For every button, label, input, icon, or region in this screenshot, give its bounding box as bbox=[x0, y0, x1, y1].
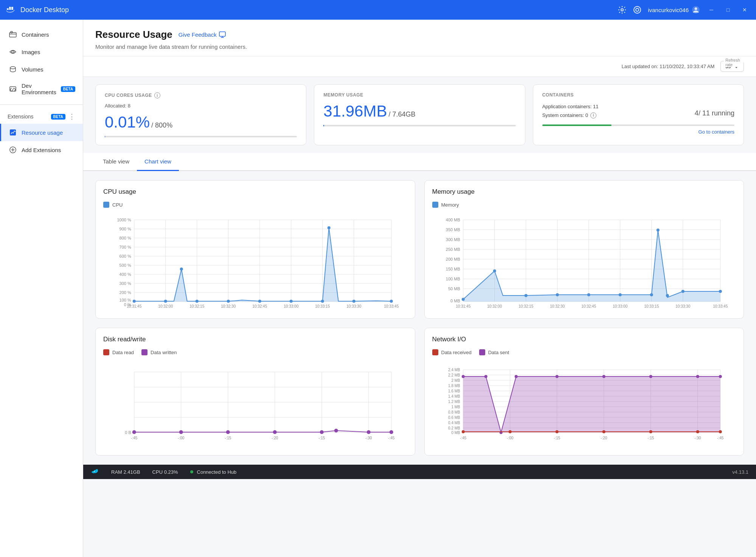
cpu-info-icon[interactable]: i bbox=[154, 92, 160, 98]
svg-text:10:33:45: 10:33:45 bbox=[384, 304, 399, 308]
svg-point-105 bbox=[666, 294, 669, 297]
svg-point-133 bbox=[273, 430, 277, 434]
svg-rect-11 bbox=[11, 31, 12, 33]
sys-containers-info-icon[interactable]: i bbox=[590, 112, 596, 118]
svg-text:900 %: 900 % bbox=[120, 227, 131, 231]
svg-point-183 bbox=[555, 375, 558, 378]
svg-point-187 bbox=[719, 375, 722, 378]
cpu-legend-box bbox=[103, 202, 109, 208]
svg-point-7 bbox=[636, 8, 639, 11]
svg-text:-:45: -:45 bbox=[388, 436, 395, 440]
status-row: Last updated on: 11/10/2022, 10:33:47 AM… bbox=[83, 56, 756, 77]
tab-table-view[interactable]: Table view bbox=[95, 153, 137, 171]
minimize-button[interactable]: ─ bbox=[706, 5, 717, 15]
containers-card-title: CONTAINERS bbox=[542, 92, 734, 98]
svg-point-54 bbox=[258, 300, 261, 303]
disk-chart-container: Disk read/write Data read Data written bbox=[95, 328, 415, 456]
sys-containers-row: System containers: 0 i bbox=[542, 111, 599, 120]
charts-area: CPU usage CPU bbox=[83, 171, 756, 465]
extensions-icon[interactable] bbox=[633, 5, 642, 14]
svg-text:-:30: -:30 bbox=[694, 436, 701, 440]
svg-marker-48 bbox=[134, 228, 391, 302]
svg-text:0.4 MB: 0.4 MB bbox=[448, 421, 460, 425]
svg-point-58 bbox=[352, 300, 355, 303]
svg-point-186 bbox=[696, 375, 699, 378]
svg-point-52 bbox=[196, 300, 199, 303]
svg-text:-:45: -:45 bbox=[717, 436, 724, 440]
app-title: Docker Desktop bbox=[6, 5, 69, 15]
disk-chart-title: Disk read/write bbox=[103, 336, 407, 343]
svg-point-192 bbox=[649, 430, 652, 433]
svg-text:10:32:30: 10:32:30 bbox=[221, 304, 236, 308]
disk-chart: 0 B -:45 -:00 bbox=[103, 364, 407, 448]
svg-point-202 bbox=[94, 471, 95, 472]
network-received-legend-box bbox=[432, 349, 438, 355]
svg-rect-10 bbox=[9, 33, 16, 37]
docker-logo-icon bbox=[6, 5, 17, 15]
svg-text:1 MB: 1 MB bbox=[451, 405, 460, 409]
svg-text:200 MB: 200 MB bbox=[446, 257, 460, 261]
image-icon bbox=[9, 48, 17, 56]
go-to-containers-link[interactable]: Go to containers bbox=[542, 129, 734, 135]
add-extensions-icon bbox=[9, 146, 17, 154]
disk-chart-svg: 0 B -:45 -:00 bbox=[103, 364, 407, 448]
sidebar-item-images[interactable]: Images bbox=[0, 43, 83, 61]
svg-text:300 %: 300 % bbox=[120, 281, 131, 286]
maximize-button[interactable]: □ bbox=[723, 5, 733, 15]
disk-written-legend-box bbox=[141, 349, 147, 355]
memory-chart-title: Memory usage bbox=[432, 188, 736, 196]
page-subtitle: Monitor and manage live data stream for … bbox=[95, 44, 744, 50]
extensions-menu-icon[interactable]: ⋮ bbox=[68, 112, 75, 121]
settings-icon[interactable] bbox=[618, 5, 627, 14]
svg-text:10:32:15: 10:32:15 bbox=[189, 304, 204, 308]
svg-text:-:15: -:15 bbox=[225, 436, 231, 440]
network-sent-legend-box bbox=[479, 349, 485, 355]
svg-text:10:33:15: 10:33:15 bbox=[644, 304, 659, 308]
svg-point-184 bbox=[602, 375, 605, 378]
svg-text:2.2 MB: 2.2 MB bbox=[448, 373, 460, 377]
svg-point-130 bbox=[132, 430, 136, 434]
svg-text:-:45: -:45 bbox=[460, 436, 467, 440]
user-info[interactable]: ivancurkovic046 bbox=[648, 6, 700, 14]
svg-rect-15 bbox=[10, 129, 16, 135]
sidebar-item-dev-environments[interactable]: Dev Environments BETA bbox=[0, 78, 83, 100]
feedback-link[interactable]: Give Feedback bbox=[179, 31, 226, 38]
bottom-cpu: CPU 0.23% bbox=[152, 469, 178, 475]
sidebar-item-resource-usage[interactable]: Resource usage bbox=[0, 124, 83, 141]
memory-card: MEMORY USAGE 31.96MB / 7.64GB bbox=[314, 84, 525, 145]
memory-chart: 400 MB 350 MB 300 MB 250 MB 200 MB 150 M… bbox=[432, 212, 736, 311]
page-title-row: Resource Usage Give Feedback bbox=[95, 29, 744, 40]
svg-point-59 bbox=[390, 300, 393, 303]
memory-chart-legend: Memory bbox=[432, 202, 736, 208]
svg-point-136 bbox=[367, 430, 371, 434]
metric-cards: CPU CORES USAGE i Allocated: 8 0.01% / 8… bbox=[83, 77, 756, 153]
content-header: Resource Usage Give Feedback Monitor and… bbox=[83, 20, 756, 56]
view-tabs: Table view Chart view bbox=[83, 153, 756, 171]
close-button[interactable]: ✕ bbox=[739, 5, 750, 15]
containers-card: CONTAINERS Application containers: 11 Sy… bbox=[533, 84, 744, 145]
sidebar-item-containers[interactable]: Containers bbox=[0, 26, 83, 43]
svg-rect-1 bbox=[9, 8, 11, 10]
connection-dot bbox=[190, 470, 193, 473]
svg-point-97 bbox=[461, 298, 464, 301]
sidebar-item-add-extensions[interactable]: Add Extensions bbox=[0, 141, 83, 159]
containers-progress-bar bbox=[542, 124, 734, 126]
main-content: Resource Usage Give Feedback Monitor and… bbox=[83, 20, 756, 557]
svg-point-57 bbox=[328, 226, 331, 229]
refresh-rate-selector[interactable]: Refresh rate 5s bbox=[720, 61, 744, 72]
svg-point-103 bbox=[650, 293, 653, 296]
svg-point-137 bbox=[390, 430, 393, 434]
network-chart-container: Network I/O Data received Data sent bbox=[424, 328, 744, 456]
sidebar: Containers Images Volumes bbox=[0, 20, 83, 557]
sidebar-item-volumes[interactable]: Volumes bbox=[0, 61, 83, 78]
svg-point-13 bbox=[10, 67, 16, 69]
svg-point-53 bbox=[227, 300, 230, 303]
memory-chart-svg: 400 MB 350 MB 300 MB 250 MB 200 MB 150 M… bbox=[432, 212, 736, 311]
memory-chart-container: Memory usage Memory bbox=[424, 180, 744, 319]
tab-chart-view[interactable]: Chart view bbox=[137, 153, 179, 171]
svg-text:10:33:30: 10:33:30 bbox=[675, 304, 690, 308]
cpu-chart-svg: 1000 % 900 % 800 % 700 % 600 % 500 % 400… bbox=[103, 212, 407, 311]
svg-text:500 %: 500 % bbox=[120, 263, 131, 268]
svg-text:-:00: -:00 bbox=[507, 436, 514, 440]
bottom-ram: RAM 2.41GB bbox=[111, 469, 140, 475]
